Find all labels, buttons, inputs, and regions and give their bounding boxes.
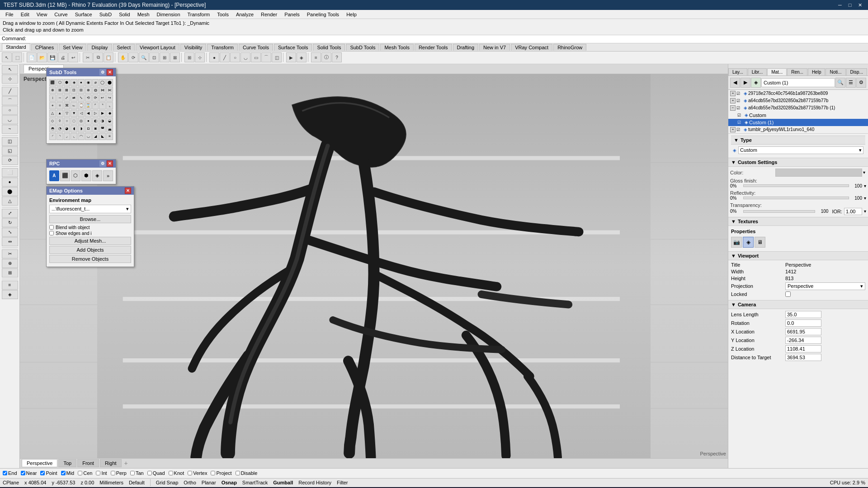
emap-panel-header[interactable]: EMap Options ✕ [47,187,134,195]
r-tab-materials[interactable]: Mat... [767,68,787,75]
subd-btn-55[interactable]: ◓ [49,125,56,132]
emap-select-box[interactable]: ...\fluorescent_t... ▾ [49,205,131,213]
osnap-btn[interactable]: Osnap [222,480,237,485]
planar-btn[interactable]: Planar [202,480,216,485]
menu-curve[interactable]: Curve [51,11,71,18]
maximize-btn[interactable]: □ [845,1,854,9]
tab-display[interactable]: Display [87,44,112,51]
ls-group[interactable]: ⊞ [2,268,18,277]
subd-btn-72[interactable]: ≡ [106,133,113,140]
tab-surface-tools[interactable]: Surface Tools [274,44,312,51]
r-tab-render[interactable]: Ren... [787,68,807,75]
emap-panel-close[interactable]: ✕ [125,188,131,194]
subd-btn-43[interactable]: ▷ [92,110,99,117]
tab-transform[interactable]: Transform [207,44,238,51]
ls-surface[interactable]: ◫ [2,137,18,146]
gloss-dropdown-icon[interactable]: ▾ [864,183,866,188]
tree-item-3[interactable]: − ☑ ◈ a64cdb55e7bd3202850a2b877159b77b (… [728,104,868,112]
camera-section-header[interactable]: ▼ Camera [728,300,868,309]
subd-btn-22[interactable]: ⇄ [71,94,77,102]
menu-surface[interactable]: Surface [71,11,96,18]
subd-btn-21[interactable]: ⤢ [64,94,71,102]
tab-standard[interactable]: Standard [2,43,30,51]
tb-circle[interactable]: ○ [230,52,240,62]
tree-item-5[interactable]: ☑ ◈ Custom (1) [728,119,868,126]
menu-dimension[interactable]: Dimension [153,11,184,18]
menu-analyze[interactable]: Analyze [232,11,257,18]
tb-raytrace[interactable]: ◈ [297,52,307,62]
smarttrack-btn[interactable]: SmartTrack [242,480,268,485]
menu-mesh[interactable]: Mesh [134,11,153,18]
cam-zloc-input[interactable] [785,345,821,352]
snap-vertex-cb[interactable] [188,471,192,475]
command-input[interactable] [28,36,163,41]
rpc-panel-header[interactable]: RPC ⚙ ✕ [47,160,116,168]
cam-yloc-input[interactable] [785,337,821,344]
subd-btn-18[interactable]: ⋉ [106,87,113,94]
subd-btn-35[interactable]: ⌝ [99,102,106,109]
cam-dist-input[interactable] [785,354,821,361]
tab-rhinogrow[interactable]: RhinoGrow [553,44,586,51]
textures-header[interactable]: ▼ Textures [728,217,868,226]
tb-zoom[interactable]: 🔍 [139,52,149,62]
ior-spinner[interactable]: ▾ [864,209,866,214]
menu-subd[interactable]: SubD [96,11,116,18]
subd-btn-69[interactable]: ◡ [85,133,92,140]
tb-zoom-extent[interactable]: ⊡ [149,52,159,62]
tab-viewport-layout[interactable]: Viewport Layout [136,44,179,51]
gumball-btn[interactable]: Gumball [273,480,293,485]
gloss-slider[interactable] [743,184,849,187]
tab-vray[interactable]: VRay Compact [511,44,552,51]
tb-paste[interactable]: 📋 [104,52,113,62]
subd-btn-67[interactable]: ◟ [71,133,77,140]
minimize-btn[interactable]: ─ [835,1,844,9]
subd-btn-10[interactable]: ⊕ [49,87,56,94]
subd-btn-2[interactable]: ⬡ [57,79,63,86]
menu-help[interactable]: Help [343,11,360,18]
tab-new-v7[interactable]: New in V7 [479,44,510,51]
ls-freeform[interactable]: ~ [2,125,18,134]
subd-btn-52[interactable]: ◐ [92,117,99,125]
tab-curve-tools[interactable]: Curve Tools [239,44,273,51]
snap-disable-cb[interactable] [236,471,240,475]
tab-visibility[interactable]: Visibility [180,44,207,51]
subd-btn-60[interactable]: ◘ [85,125,92,132]
type-section-header[interactable]: ▼ Type [731,136,865,145]
custom-settings-header[interactable]: ▼ Custom Settings [728,158,868,167]
color-dropdown-icon[interactable]: ▾ [862,170,866,175]
subd-btn-23[interactable]: ⤡ [78,94,85,102]
subd-btn-15[interactable]: ⊗ [85,87,92,94]
r-tab-layers[interactable]: Lay... [728,68,747,75]
tb-copy[interactable]: ⧉ [93,52,103,62]
subd-btn-17[interactable]: ⋈ [99,87,106,94]
subd-btn-3[interactable]: ⬢ [64,79,71,86]
rpc-btn3[interactable]: ⬢ [81,170,91,181]
tb-polyline[interactable]: ⌒ [261,52,271,62]
ls-cone[interactable]: △ [2,197,18,206]
cam-lens-input[interactable] [785,311,821,318]
subd-btn-58[interactable]: ◖ [71,125,77,132]
snap-point-cb[interactable] [40,471,45,475]
cam-rot-input[interactable] [785,319,821,327]
filter-btn[interactable]: Filter [337,480,348,485]
ls-circle[interactable]: ○ [2,106,18,115]
subd-btn-14[interactable]: ⊟ [78,87,85,94]
emap-check1[interactable] [49,225,54,230]
subd-btn-63[interactable]: ◛ [106,125,113,132]
subd-btn-68[interactable]: ◠ [78,133,85,140]
vp-tab-top[interactable]: Top [58,459,76,467]
tree-expand-2[interactable]: + [730,98,736,103]
menu-view[interactable]: View [33,11,51,18]
vp-tab-front[interactable]: Front [77,459,99,467]
subd-btn-24[interactable]: ⟲ [85,94,92,102]
tb-open[interactable]: 📂 [37,52,47,62]
props-camera-icon[interactable]: 📷 [731,237,742,248]
type-dropdown[interactable]: Custom ▾ [738,146,863,154]
subd-btn-64[interactable]: ◜ [49,133,56,140]
menu-panels[interactable]: Panels [281,11,303,18]
menu-edit[interactable]: Edit [17,11,33,18]
subd-btn-44[interactable]: ▶ [99,110,106,117]
emap-adjust-mesh-btn[interactable]: Adjust Mesh... [49,237,131,245]
subd-btn-7[interactable]: ⌀ [92,79,99,86]
r-tab-libraries[interactable]: Libr... [748,68,767,75]
